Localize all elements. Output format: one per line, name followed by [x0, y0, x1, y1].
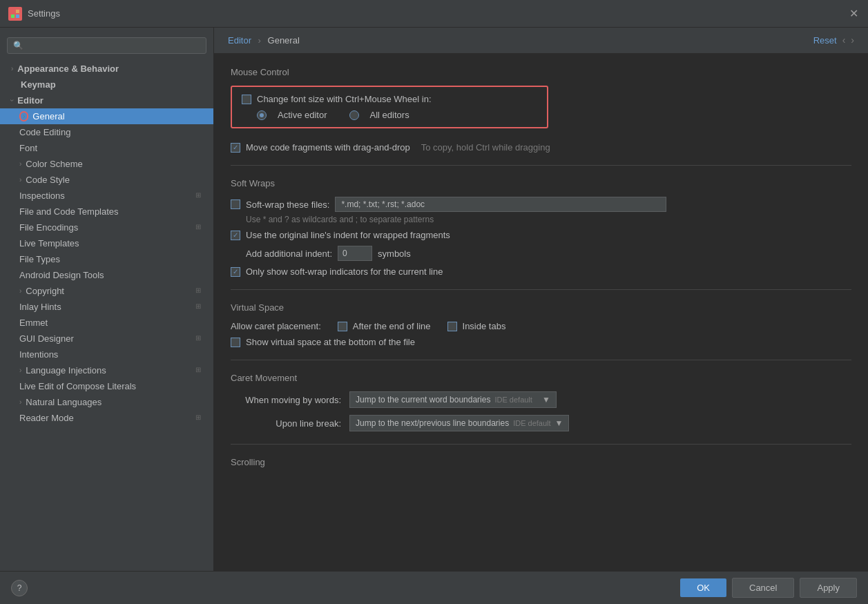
search-box[interactable]: 🔍 — [7, 37, 206, 54]
add-indent-input[interactable] — [338, 246, 372, 261]
content-area: Editor › General Reset ‹ › Mouse Control… — [214, 28, 868, 571]
arrow-icon: › — [19, 398, 21, 406]
back-button[interactable]: ‹ — [842, 35, 846, 46]
change-font-size-label: Change font size with Ctrl+Mouse Wheel i… — [257, 94, 432, 104]
sidebar-item-editor[interactable]: › Editor — [0, 92, 213, 108]
sidebar-item-general[interactable]: › General — [0, 108, 213, 124]
after-end-label: After the end of line — [353, 321, 431, 331]
dropdown-arrow-icon: ▼ — [555, 418, 563, 428]
add-indent-label: Add additional indent: — [246, 249, 332, 259]
sidebar-item-label: Language Injections — [26, 365, 193, 376]
svg-rect-0 — [11, 10, 15, 13]
window-controls: ✕ — [847, 8, 860, 20]
show-virtual-space-label: Show virtual space at the bottom of the … — [246, 337, 415, 347]
line-break-row: Upon line break: Jump to the next/previo… — [231, 415, 851, 431]
move-code-label: Move code fragments with drag-and-drop — [246, 142, 410, 153]
soft-wrap-input[interactable] — [335, 197, 666, 212]
sidebar-item-android-design-tools[interactable]: Android Design Tools — [0, 267, 213, 283]
line-break-value: Jump to the next/previous line boundarie… — [356, 418, 509, 428]
virtual-space-title: Virtual Space — [231, 302, 851, 313]
content-header: Editor › General Reset ‹ › — [214, 28, 868, 53]
sidebar-item-file-types[interactable]: File Types — [0, 251, 213, 267]
settings-icon: ⊞ — [195, 302, 205, 312]
sidebar-item-file-encodings[interactable]: File Encodings ⊞ — [0, 220, 213, 235]
sidebar-item-color-scheme[interactable]: › Color Scheme — [0, 156, 213, 172]
add-indent-suffix: symbols — [378, 249, 411, 259]
change-font-size-row: Change font size with Ctrl+Mouse Wheel i… — [242, 94, 537, 104]
arrow-icon: › — [11, 65, 13, 72]
forward-button[interactable]: › — [851, 35, 854, 46]
all-editors-radio[interactable] — [349, 110, 359, 120]
divider-2 — [231, 289, 851, 290]
sidebar-item-label: Editor — [17, 95, 205, 106]
all-editors-label: All editors — [370, 110, 409, 120]
sidebar-item-intentions[interactable]: Intentions — [0, 347, 213, 362]
breadcrumb-editor[interactable]: Editor — [228, 35, 251, 46]
line-break-dropdown[interactable]: Jump to the next/previous line boundarie… — [349, 415, 569, 431]
svg-rect-2 — [11, 14, 15, 18]
arrow-icon: › — [8, 99, 16, 101]
by-words-label: When moving by words: — [231, 395, 341, 405]
cancel-button[interactable]: Cancel — [732, 578, 794, 598]
by-words-value: Jump to the current word boundaries — [356, 395, 490, 405]
sidebar-item-reader-mode[interactable]: Reader Mode ⊞ — [0, 410, 213, 426]
sidebar-item-inlay-hints[interactable]: Inlay Hints ⊞ — [0, 299, 213, 315]
sidebar: 🔍 › Appearance & Behavior Keymap › Edito… — [0, 28, 214, 571]
add-indent-row: Add additional indent: symbols — [231, 246, 851, 261]
active-editor-radio[interactable] — [257, 110, 267, 120]
window-title: Settings — [28, 8, 847, 19]
show-indicators-checkbox[interactable] — [231, 267, 240, 277]
sidebar-item-live-edit[interactable]: Live Edit of Compose Literals — [0, 378, 213, 394]
show-virtual-space-row: Show virtual space at the bottom of the … — [231, 337, 851, 347]
sidebar-item-code-editing[interactable]: Code Editing — [0, 124, 213, 140]
sidebar-item-file-code-templates[interactable]: File and Code Templates — [0, 204, 213, 220]
sidebar-item-code-style[interactable]: › Code Style — [0, 172, 213, 188]
settings-icon: ⊞ — [195, 366, 205, 376]
divider-4 — [231, 444, 851, 445]
after-end-checkbox[interactable] — [338, 322, 347, 331]
mouse-control-highlight-box: Change font size with Ctrl+Mouse Wheel i… — [231, 86, 548, 128]
divider-1 — [231, 165, 851, 166]
sidebar-item-label: Inlay Hints — [19, 302, 193, 312]
content-body: Mouse Control Change font size with Ctrl… — [214, 53, 868, 487]
search-input[interactable] — [28, 41, 200, 50]
help-button[interactable]: ? — [11, 580, 28, 596]
sidebar-item-label: File Encodings — [19, 222, 193, 233]
ok-button[interactable]: OK — [680, 578, 726, 597]
by-words-row: When moving by words: Jump to the curren… — [231, 391, 851, 408]
use-original-indent-label: Use the original line's indent for wrapp… — [246, 230, 450, 240]
move-code-row: Move code fragments with drag-and-drop T… — [231, 142, 851, 153]
move-code-hint: To copy, hold Ctrl while dragging — [421, 142, 550, 153]
apply-button[interactable]: Apply — [800, 578, 857, 598]
change-font-size-checkbox[interactable] — [242, 95, 251, 104]
main-layout: 🔍 › Appearance & Behavior Keymap › Edito… — [0, 28, 868, 571]
search-icon: 🔍 — [13, 41, 23, 50]
sidebar-item-label: General — [32, 111, 205, 121]
by-words-dropdown[interactable]: Jump to the current word boundaries IDE … — [349, 391, 557, 408]
sidebar-item-gui-designer[interactable]: GUI Designer ⊞ — [0, 331, 213, 347]
sidebar-item-copyright[interactable]: › Copyright ⊞ — [0, 283, 213, 299]
sidebar-item-label: Natural Languages — [26, 397, 205, 407]
sidebar-item-inspections[interactable]: Inspections ⊞ — [0, 188, 213, 204]
inside-tabs-checkbox[interactable] — [447, 322, 457, 331]
soft-wrap-checkbox[interactable] — [231, 199, 240, 209]
settings-icon: ⊞ — [195, 191, 205, 201]
use-original-indent-checkbox[interactable] — [231, 231, 240, 240]
sidebar-item-language-injections[interactable]: › Language Injections ⊞ — [0, 362, 213, 378]
active-editor-label: Active editor — [278, 110, 327, 120]
sidebar-item-appearance[interactable]: › Appearance & Behavior — [0, 61, 213, 77]
close-button[interactable]: ✕ — [847, 8, 860, 20]
sidebar-item-keymap[interactable]: Keymap — [0, 77, 213, 92]
divider-3 — [231, 360, 851, 360]
sidebar-item-label: Code Style — [26, 175, 205, 185]
show-indicators-row: Only show soft-wrap indicators for the c… — [231, 266, 851, 277]
move-code-checkbox[interactable] — [231, 143, 240, 153]
reset-button[interactable]: Reset — [813, 35, 837, 46]
sidebar-item-live-templates[interactable]: Live Templates — [0, 235, 213, 251]
app-icon — [8, 7, 22, 21]
sidebar-item-natural-languages[interactable]: › Natural Languages — [0, 394, 213, 410]
sidebar-item-font[interactable]: Font — [0, 140, 213, 156]
sidebar-item-label: Intentions — [19, 349, 205, 360]
sidebar-item-emmet[interactable]: Emmet — [0, 315, 213, 331]
show-virtual-space-checkbox[interactable] — [231, 338, 240, 347]
